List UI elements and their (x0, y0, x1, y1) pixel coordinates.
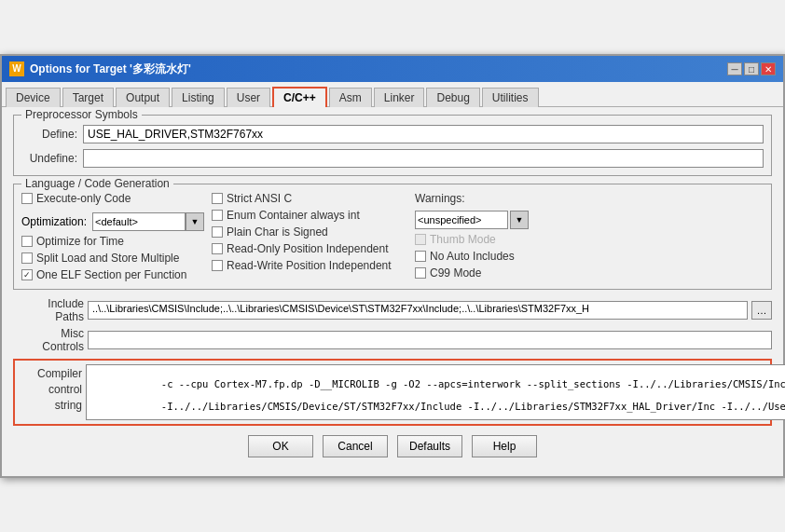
undefine-input[interactable] (83, 149, 764, 168)
cancel-button[interactable]: Cancel (323, 435, 388, 457)
maximize-button[interactable]: □ (744, 62, 759, 75)
compiler-textarea[interactable]: -c --cpu Cortex-M7.fp.dp -D__MICROLIB -g… (86, 364, 785, 420)
optimize-time-row: Optimize for Time (21, 235, 204, 248)
plain-char-label: Plain Char is Signed (227, 225, 328, 239)
optimization-label: Optimization: (21, 215, 87, 228)
execute-only-label: Execute-only Code (36, 192, 131, 205)
thumb-mode-row: Thumb Mode (415, 233, 555, 246)
thumb-mode-checkbox[interactable] (415, 234, 426, 245)
read-only-pos-checkbox[interactable] (212, 243, 223, 254)
read-write-pos-row: Read-Write Position Independent (212, 259, 407, 272)
tab-target[interactable]: Target (62, 88, 114, 107)
language-group: Language / Code Generation Execute-only … (13, 184, 772, 290)
content-area: Preprocessor Symbols Define: Undefine: L… (2, 107, 783, 476)
main-window: W Options for Target '多彩流水灯' ─ □ ✕ Devic… (0, 54, 785, 478)
language-label: Language / Code Generation (21, 177, 173, 190)
execute-only-checkbox[interactable] (21, 193, 33, 204)
misc-controls-label: MiscControls (13, 327, 84, 353)
c99-mode-row: C99 Mode (415, 266, 555, 280)
strict-ansi-label: Strict ANSI C (227, 192, 292, 205)
undefine-label: Undefine: (21, 152, 77, 165)
tab-user[interactable]: User (227, 88, 270, 107)
enum-container-row: Enum Container always int (212, 209, 407, 222)
one-elf-checkbox[interactable]: ✓ (21, 269, 33, 280)
tab-output[interactable]: Output (116, 88, 170, 107)
compiler-label: Compilercontrolstring (19, 364, 82, 413)
define-label: Define: (21, 128, 77, 141)
paths-section: IncludePaths ..\..\Libraries\CMSIS\Inclu… (13, 297, 772, 353)
help-button[interactable]: Help (472, 435, 537, 457)
preprocessor-group: Preprocessor Symbols Define: Undefine: (13, 115, 772, 176)
tab-utilities[interactable]: Utilities (482, 88, 539, 107)
tab-asm[interactable]: Asm (329, 88, 372, 107)
split-load-label: Split Load and Store Multiple (36, 252, 179, 265)
close-button[interactable]: ✕ (761, 62, 776, 75)
read-only-pos-label: Read-Only Position Independent (227, 242, 388, 255)
read-write-pos-checkbox[interactable] (212, 260, 223, 271)
window-title: Options for Target '多彩流水灯' (30, 61, 191, 77)
preprocessor-label: Preprocessor Symbols (21, 108, 142, 121)
tab-cpp[interactable]: C/C++ (272, 87, 327, 107)
window-icon: W (9, 61, 24, 76)
plain-char-checkbox[interactable] (212, 226, 223, 238)
tab-linker[interactable]: Linker (374, 88, 425, 107)
c99-mode-label: C99 Mode (430, 266, 481, 280)
split-load-checkbox[interactable] (21, 252, 33, 264)
one-elf-label: One ELF Section per Function (36, 268, 186, 281)
read-only-pos-row: Read-Only Position Independent (212, 242, 407, 255)
include-paths-input[interactable]: ..\..\Libraries\CMSIS\Include;..\..\Libr… (88, 301, 748, 320)
optimization-row: Optimization: <default> ▼ (21, 212, 204, 231)
strict-ansi-row: Strict ANSI C (212, 192, 407, 205)
include-paths-row: IncludePaths ..\..\Libraries\CMSIS\Inclu… (13, 297, 772, 323)
title-bar-left: W Options for Target '多彩流水灯' (9, 61, 191, 77)
optimization-select[interactable]: <default> (92, 212, 186, 231)
misc-controls-row: MiscControls (13, 327, 772, 353)
include-paths-button[interactable]: … (751, 301, 772, 320)
minimize-button[interactable]: ─ (727, 62, 742, 75)
split-load-row: Split Load and Store Multiple (21, 252, 204, 265)
warnings-label: Warnings: (415, 192, 555, 205)
title-buttons: ─ □ ✕ (727, 62, 776, 75)
execute-only-row: Execute-only Code (21, 192, 204, 205)
c99-mode-checkbox[interactable] (415, 267, 426, 279)
no-auto-includes-label: No Auto Includes (430, 250, 515, 263)
define-row: Define: (21, 125, 764, 143)
thumb-mode-label: Thumb Mode (430, 233, 496, 246)
optimize-time-checkbox[interactable] (21, 236, 33, 247)
warnings-dropdown-arrow[interactable]: ▼ (510, 211, 529, 229)
strict-ansi-checkbox[interactable] (212, 193, 223, 204)
title-bar: W Options for Target '多彩流水灯' ─ □ ✕ (2, 56, 783, 82)
include-paths-label: IncludePaths (13, 297, 84, 323)
ok-button[interactable]: OK (248, 435, 313, 457)
optimize-time-label: Optimize for Time (36, 235, 124, 248)
plain-char-row: Plain Char is Signed (212, 225, 407, 239)
no-auto-includes-row: No Auto Includes (415, 250, 555, 263)
undefine-row: Undefine: (21, 149, 764, 168)
enum-container-checkbox[interactable] (212, 210, 223, 221)
compiler-section: Compilercontrolstring -c --cpu Cortex-M7… (13, 359, 772, 426)
define-input[interactable] (83, 125, 764, 143)
one-elf-row: ✓ One ELF Section per Function (21, 268, 204, 281)
read-write-pos-label: Read-Write Position Independent (227, 259, 392, 272)
misc-controls-input[interactable] (88, 331, 772, 349)
tab-device[interactable]: Device (6, 88, 61, 107)
defaults-button[interactable]: Defaults (397, 435, 462, 457)
bottom-buttons: OK Cancel Defaults Help (13, 435, 772, 467)
optimization-dropdown-arrow[interactable]: ▼ (186, 212, 204, 231)
no-auto-includes-checkbox[interactable] (415, 251, 426, 262)
enum-container-label: Enum Container always int (227, 209, 360, 222)
tab-listing[interactable]: Listing (172, 88, 225, 107)
tab-debug[interactable]: Debug (426, 88, 479, 107)
tabs-bar: Device Target Output Listing User C/C++ … (2, 82, 783, 107)
warnings-select[interactable]: <unspecified> (415, 211, 508, 229)
compiler-row: Compilercontrolstring -c --cpu Cortex-M7… (19, 364, 766, 420)
